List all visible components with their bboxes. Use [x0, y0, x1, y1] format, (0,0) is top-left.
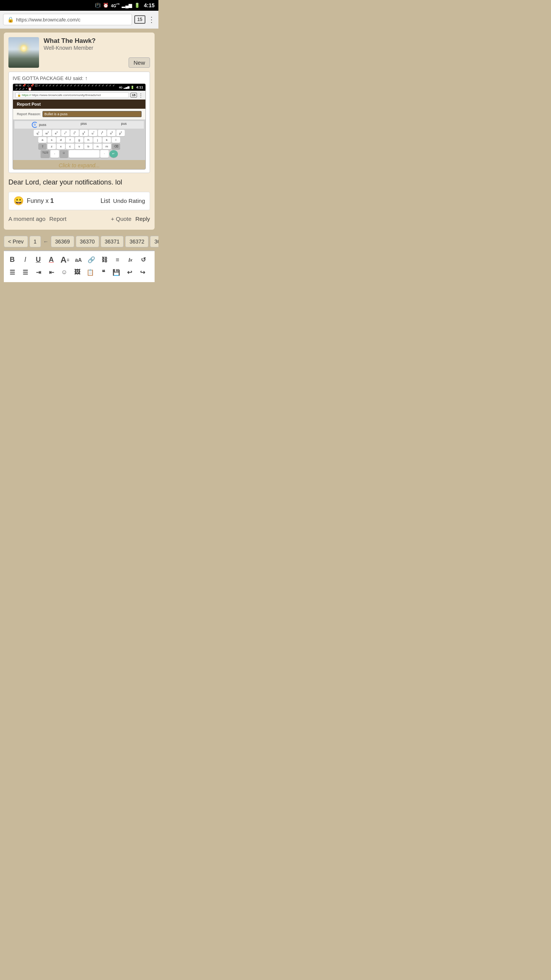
- keyboard-row-2: a s d f g h j k l: [15, 137, 144, 143]
- clear-format-button[interactable]: Ix: [125, 256, 136, 264]
- page-36370-button[interactable]: 36370: [76, 236, 99, 247]
- key-w[interactable]: w2: [43, 130, 51, 136]
- key-o[interactable]: o9: [107, 130, 116, 136]
- tab-count[interactable]: 15: [134, 15, 145, 24]
- underline-button[interactable]: U: [33, 255, 44, 265]
- ss-url: https://: [22, 93, 31, 97]
- key-comma[interactable]: ,: [51, 150, 59, 158]
- page-1-button[interactable]: 1: [29, 236, 41, 247]
- browser-url: https://www.browncafe.com/c: [16, 17, 80, 23]
- new-badge: New: [129, 57, 150, 68]
- key-a[interactable]: a: [38, 137, 47, 143]
- rating-list-link[interactable]: List: [101, 198, 110, 204]
- key-g[interactable]: g: [75, 137, 83, 143]
- key-enter[interactable]: ↵: [109, 150, 118, 158]
- report-post-header: Report Post: [13, 100, 145, 109]
- report-post-link[interactable]: Report: [49, 216, 67, 222]
- key-k[interactable]: k: [103, 137, 111, 143]
- prev-page-button[interactable]: < Prev: [4, 236, 28, 247]
- italic-button[interactable]: I: [20, 255, 31, 265]
- user-info: What The Hawk? Well-Known Member: [44, 37, 124, 51]
- redo-button[interactable]: ↪: [137, 268, 148, 277]
- page-36371-button[interactable]: 36371: [101, 236, 124, 247]
- key-p[interactable]: p0: [116, 130, 125, 136]
- page-36372-button[interactable]: 36372: [125, 236, 148, 247]
- quote-post-button[interactable]: + Quote: [111, 216, 132, 222]
- user-role: Well-Known Member: [44, 45, 124, 51]
- signal-icon: ▂▄▆: [122, 3, 132, 8]
- media-button[interactable]: 📋: [85, 268, 96, 277]
- key-c[interactable]: c: [66, 144, 74, 149]
- indent-button[interactable]: ⇥: [33, 268, 44, 277]
- key-backspace[interactable]: ⌫: [112, 144, 120, 149]
- key-l[interactable]: l: [112, 137, 120, 143]
- blockquote-button[interactable]: ❝: [98, 268, 109, 277]
- key-shift[interactable]: ⇧: [38, 144, 47, 149]
- key-v[interactable]: v: [75, 144, 83, 149]
- browser-menu-icon[interactable]: ⋮: [148, 15, 155, 24]
- key-e[interactable]: e3: [52, 130, 60, 136]
- avatar-image: [8, 37, 39, 68]
- key-space[interactable]: [69, 150, 99, 158]
- key-r[interactable]: r4: [61, 130, 70, 136]
- key-h[interactable]: h: [84, 137, 93, 143]
- change-case-button[interactable]: aA: [73, 256, 84, 264]
- undo-rating-button[interactable]: Undo Rating: [113, 198, 145, 204]
- font-size-button[interactable]: A≡: [59, 254, 71, 266]
- ss-lock-icon: 🔒: [17, 93, 21, 97]
- key-x[interactable]: x: [57, 144, 65, 149]
- unlink-button[interactable]: ⛓: [99, 256, 110, 264]
- key-b[interactable]: b: [84, 144, 93, 149]
- key-m[interactable]: m: [103, 144, 111, 149]
- main-content: What The Hawk? Well-Known Member New IVE…: [0, 29, 158, 286]
- key-y[interactable]: y6: [80, 130, 88, 136]
- rating-label: Funny x: [27, 198, 49, 204]
- report-label: Report Reason:: [17, 112, 41, 116]
- key-s[interactable]: s: [47, 137, 56, 143]
- key-t[interactable]: t5: [70, 130, 79, 136]
- bold-button[interactable]: B: [7, 255, 18, 265]
- key-period[interactable]: .: [100, 150, 109, 158]
- post-timestamp: A moment ago: [8, 216, 46, 222]
- pagination: < Prev 1 ← 36369 36370 36371 36372 36373…: [4, 231, 155, 250]
- ss-4g: 4G: [119, 86, 122, 89]
- quoted-screenshot[interactable]: ✉ ✉ 📌 ◇ 📌 ☑ ✓ ✓ ✓ ✓ ✓ ✓ ✓ ✓ ✓ ✓ ✓ ✓ ✓ ✓ …: [13, 83, 146, 170]
- quote-attribution: IVE GOTTA PACKAGE 4U said: ↑: [13, 75, 146, 81]
- page-36373-button[interactable]: 36373: [150, 236, 158, 247]
- quote-arrow: ↑: [85, 75, 88, 81]
- username[interactable]: What The Hawk?: [44, 37, 124, 45]
- editor-toolbar-row-1: B I U A A≡ aA 🔗 ⛓ ≡ Ix ↺: [7, 254, 152, 266]
- battery-icon: 🔋: [134, 3, 140, 8]
- quote-block: IVE GOTTA PACKAGE 4U said: ↑ ✉ ✉ 📌 ◇ 📌 ☑…: [8, 72, 150, 173]
- rating-text: Funny x 1: [27, 198, 98, 204]
- click-to-expand[interactable]: Click to expand...: [13, 160, 145, 169]
- key-emoji[interactable]: ☺: [60, 150, 68, 158]
- undo-button[interactable]: ↩: [124, 268, 135, 277]
- numbered-list-button[interactable]: ☰: [20, 268, 31, 277]
- key-i[interactable]: i8: [98, 130, 106, 136]
- align-button[interactable]: ≡: [112, 256, 123, 264]
- page-36369-button[interactable]: 36369: [51, 236, 74, 247]
- address-bar[interactable]: 🔒 https://www.browncafe.com/c: [3, 14, 132, 25]
- screenshot-browser-bar: 🔒 https:// https://www.browncafe.com/com…: [13, 91, 145, 100]
- key-q[interactable]: q1: [34, 130, 42, 136]
- link-button[interactable]: 🔗: [86, 255, 97, 264]
- bullet-list-button[interactable]: ☰: [7, 268, 18, 277]
- outdent-button[interactable]: ⇤: [46, 268, 57, 277]
- special-button[interactable]: ↺: [138, 255, 149, 264]
- key-u[interactable]: u7: [89, 130, 97, 136]
- ss-icons: ✉ ✉ 📌 ◇ 📌 ☑ ✓ ✓ ✓ ✓ ✓ ✓ ✓ ✓ ✓ ✓ ✓ ✓ ✓ ✓ …: [15, 84, 118, 91]
- reply-button[interactable]: Reply: [135, 216, 150, 222]
- key-f[interactable]: f: [66, 137, 74, 143]
- image-button[interactable]: 🖼: [72, 268, 83, 276]
- key-numbers[interactable]: ?123: [41, 150, 50, 158]
- status-time: 4:15: [144, 2, 155, 8]
- save-draft-button[interactable]: 💾: [111, 268, 122, 277]
- google-g-icon: G: [32, 122, 38, 128]
- key-n[interactable]: n: [93, 144, 102, 149]
- font-color-button[interactable]: A: [46, 255, 57, 265]
- key-z[interactable]: z: [47, 144, 56, 149]
- emoji-button[interactable]: ☺: [59, 268, 70, 276]
- key-d[interactable]: d: [57, 137, 65, 143]
- key-j[interactable]: j: [93, 137, 102, 143]
